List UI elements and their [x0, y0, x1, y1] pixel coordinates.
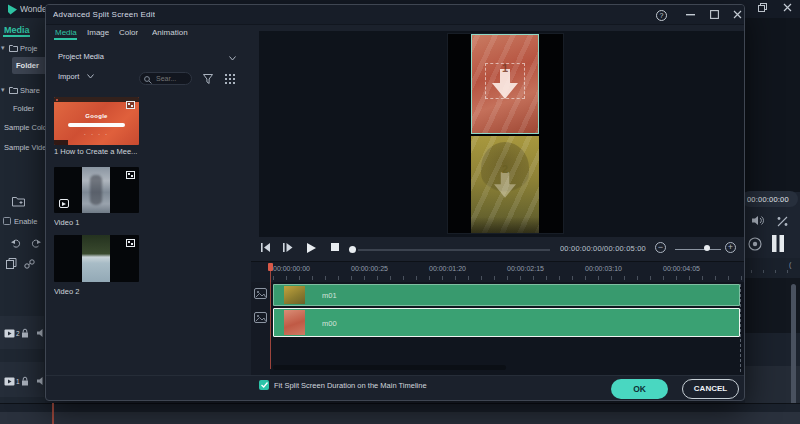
pause-icon[interactable] [771, 235, 785, 252]
snapshot-badge-icon [126, 239, 135, 247]
new-folder-icon[interactable] [12, 196, 25, 207]
chevron-down-icon [229, 56, 236, 61]
folder-icon [9, 44, 18, 52]
dots-graphic: · · · · [54, 131, 139, 137]
sidebar-item-folder-selected[interactable]: Folder [12, 57, 45, 74]
preview-timecode: 00:00:00:00/00:00:05:00 [560, 244, 646, 253]
seek-slider-handle[interactable] [349, 246, 356, 253]
media-item-thumbnail[interactable] [54, 167, 139, 213]
duplicate-icon[interactable] [6, 258, 17, 269]
track-header-video2: 2 [0, 316, 44, 349]
help-button[interactable]: ? [656, 10, 667, 21]
video-track-icon [4, 377, 15, 386]
timeline-zoom-handle[interactable] [704, 245, 710, 251]
redo-icon[interactable] [31, 239, 41, 248]
active-tab-underline [54, 38, 77, 40]
browser-dot [56, 99, 58, 101]
caret-down-icon: ▾ [1, 44, 5, 52]
mute-icon[interactable] [37, 328, 45, 338]
preview-clip-1[interactable]: 1 [471, 34, 539, 134]
grid-view-icon[interactable] [225, 74, 235, 84]
clip-thumbnail [284, 286, 305, 304]
sidebar-item-sample-videos[interactable]: Sample Vide [0, 142, 45, 154]
dialog-titlebar: Advanced Split Screen Edit ? [46, 5, 745, 25]
record-icon[interactable] [748, 237, 762, 251]
minimize-button[interactable] [686, 14, 695, 16]
sidebar-item-sample-colors[interactable]: Sample Colo [0, 122, 45, 134]
fit-duration-label: Fit Split Screen Duration on the Main Ti… [274, 381, 427, 390]
main-timeline-ruler: ( [745, 258, 800, 278]
snapshot-badge-icon [126, 171, 135, 179]
media-item-label: Video 1 [54, 218, 186, 227]
ruler-glyph: ( [789, 261, 791, 268]
track-header-video1: 1 [0, 362, 44, 397]
lock-icon[interactable] [21, 376, 29, 386]
screen: Wonde Media ▾ Proje Folder ▾ Share [0, 0, 800, 424]
ruler-label: 00:00:00:25 [351, 265, 388, 272]
zoom-out-button[interactable]: − [655, 242, 666, 253]
main-close-button[interactable] [783, 3, 792, 12]
fit-duration-checkbox[interactable] [259, 380, 269, 390]
cancel-button[interactable]: CANCEL [682, 379, 739, 399]
track-number: 2 [16, 330, 20, 337]
advanced-split-screen-dialog: Advanced Split Screen Edit ? Media Image… [45, 4, 745, 401]
media-item-thumbnail[interactable]: Google · · · · [54, 97, 139, 145]
previous-frame-button[interactable] [261, 243, 271, 252]
seek-slider[interactable] [358, 249, 550, 251]
search-box[interactable] [139, 72, 192, 85]
link-icon[interactable] [24, 259, 35, 269]
ruler-label: 00:00:03:10 [585, 265, 622, 272]
timeline-clip-m00[interactable]: m00 [273, 308, 740, 337]
ok-button[interactable]: OK [611, 379, 668, 399]
tab-animation[interactable]: Animation [152, 28, 188, 37]
collection-dropdown[interactable]: Project Media [58, 52, 236, 66]
ruler-label: 00:00:01:20 [429, 265, 466, 272]
tab-color[interactable]: Color [119, 28, 138, 37]
clip-number: 2 [502, 163, 508, 175]
tab-image[interactable]: Image [87, 28, 109, 37]
play-button[interactable] [307, 243, 316, 253]
search-bar-graphic [68, 123, 125, 127]
playhead-line [270, 271, 271, 369]
footer-divider [46, 375, 745, 376]
search-input[interactable] [156, 74, 189, 83]
search-icon [144, 76, 152, 84]
main-window-title: Wonde [20, 4, 47, 14]
mute-icon[interactable] [37, 376, 45, 386]
timeline-horizontal-scrollbar[interactable] [273, 365, 506, 370]
main-timecode-chip: 00:00:00:00 [742, 191, 798, 207]
clip-number: 1 [502, 62, 508, 74]
playhead-handle[interactable] [268, 263, 273, 271]
main-restore-button[interactable] [758, 3, 767, 12]
enable-checkbox[interactable] [3, 217, 11, 225]
undo-icon[interactable] [11, 239, 21, 248]
tab-media[interactable]: Media [55, 28, 77, 37]
main-playhead-line[interactable] [52, 403, 54, 424]
lock-icon[interactable] [21, 328, 29, 338]
next-frame-button[interactable] [283, 243, 293, 252]
sidebar-item-folder2[interactable]: Folder [0, 103, 45, 115]
preview-clip-2[interactable]: 2 [471, 136, 539, 233]
zoom-in-button[interactable]: + [725, 242, 736, 253]
maximize-button[interactable] [710, 10, 719, 19]
ruler-ticks [273, 276, 743, 280]
clip-name: m01 [322, 291, 337, 300]
timeline-ruler[interactable]: 00:00:00:00 00:00:00:25 00:00:01:20 00:0… [251, 261, 745, 282]
track-media-icon[interactable] [254, 288, 267, 299]
video-figure [90, 175, 102, 205]
sidebar-item-project[interactable]: ▾ Proje [0, 43, 45, 55]
filter-icon[interactable] [203, 74, 213, 85]
speaker-icon[interactable] [752, 215, 764, 226]
close-button[interactable] [733, 10, 742, 19]
import-dropdown[interactable]: Import [58, 72, 94, 85]
stop-button[interactable] [331, 243, 339, 251]
main-tab-media[interactable]: Media [4, 25, 30, 35]
media-item-thumbnail[interactable] [54, 235, 139, 282]
main-vertical-scrollbar[interactable] [791, 284, 796, 414]
timeline-clip-m01[interactable]: m01 [273, 284, 740, 306]
track-media-icon[interactable] [254, 312, 267, 323]
split-tool-icon[interactable] [777, 216, 788, 227]
chevron-down-icon [87, 74, 94, 79]
timeline-zoom-slider[interactable] [675, 249, 721, 251]
sidebar-item-share[interactable]: ▾ Share [0, 85, 45, 97]
